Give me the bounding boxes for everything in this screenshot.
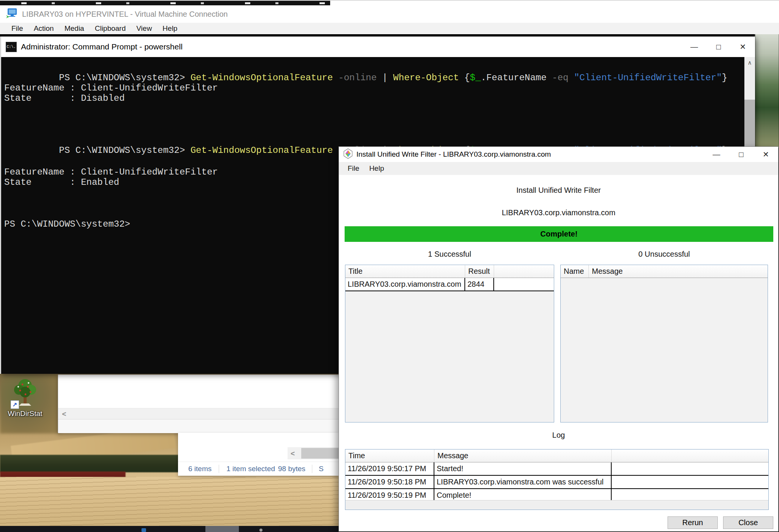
ps-output-state-disabled: State : Disabled [4, 93, 125, 103]
vm-connection-titlebar: LIBRARY03 on HYPERVINTEL - Virtual Machi… [0, 5, 779, 23]
cell-result: 2844 [465, 278, 494, 291]
console-maximize-button[interactable]: □ [706, 37, 731, 57]
windirstat-label: WinDirStat [8, 410, 43, 418]
wallpaper-green-book [0, 455, 179, 472]
column-header-time[interactable]: Time [345, 449, 434, 462]
status-banner: Complete! [345, 226, 773, 242]
column-header-result[interactable]: Result [465, 265, 494, 278]
console-titlebar: C:\. Administrator: Command Prompt - pow… [1, 37, 755, 57]
console-title: Administrator: Command Prompt - powershe… [21, 42, 183, 51]
dialog-heading: Install Unified Write Filter [339, 186, 778, 195]
log-table: Time Message 11/26/2019 9:50:17 PM Start… [345, 449, 769, 510]
vm-screen: < < 6 items 1 item selected 98 bytes S [0, 34, 779, 532]
dialog-action-buttons: Rerun Close [668, 516, 773, 529]
hyperv-app-icon [5, 8, 17, 21]
cell-filler [612, 476, 768, 488]
cell-message: LIBRARY03.corp.viamonstra.com was succes… [434, 476, 612, 488]
scroll-left-icon[interactable]: < [62, 410, 66, 418]
log-section-label: Log [339, 431, 778, 440]
scroll-up-icon[interactable]: ∧ [744, 57, 755, 68]
scroll-left-icon[interactable]: < [291, 450, 295, 457]
rerun-button[interactable]: Rerun [668, 516, 718, 529]
log-table-scrollbar-track[interactable] [345, 500, 768, 510]
column-header-filler [612, 449, 768, 462]
explorer2-horizontal-scrollbar[interactable]: < [288, 447, 339, 459]
windirstat-shortcut[interactable]: ↗ WinDirStat [8, 378, 43, 418]
dialog-menu-file[interactable]: File [343, 164, 364, 173]
successful-count-label: 1 Successful [345, 250, 554, 259]
shortcut-arrow-icon: ↗ [11, 400, 19, 409]
success-table: Title Result LIBRARY03.corp.viamonstra.c… [345, 265, 554, 422]
vm-menu-file[interactable]: File [6, 24, 29, 33]
dialog-target-host: LIBRARY03.corp.viamonstra.com [339, 208, 778, 217]
console-close-button[interactable]: ✕ [731, 37, 755, 57]
cell-filler [494, 278, 554, 291]
ps-prompt: PS C:\WINDOWS\system32> [4, 219, 130, 229]
explorer-statusbar-empty [58, 419, 339, 433]
status-selected-size: 98 bytes [278, 465, 305, 473]
cmd-icon: C:\. [6, 42, 17, 52]
uwf-install-dialog: Install Unified Write Filter - LIBRARY03… [339, 146, 779, 532]
vm-window-title: LIBRARY03 on HYPERVINTEL - Virtual Machi… [22, 10, 228, 19]
dialog-menubar: File Help [339, 162, 778, 175]
close-button[interactable]: Close [723, 516, 773, 529]
vm-menu-clipboard[interactable]: Clipboard [89, 24, 131, 33]
wallpaper-right-sliver [755, 34, 779, 148]
log-row[interactable]: 11/26/2019 9:50:17 PM Started! [345, 462, 768, 476]
column-header-title[interactable]: Title [345, 265, 465, 278]
explorer-window-fragment-2: < 6 items 1 item selected 98 bytes S [178, 433, 339, 475]
cell-time: 11/26/2019 9:50:17 PM [345, 462, 434, 475]
ps-output-featurename: FeatureName : Client-UnifiedWriteFilter [4, 83, 218, 93]
vm-menubar: File Action Media Clipboard View Help [0, 23, 779, 34]
dialog-titlebar: Install Unified Write Filter - LIBRARY03… [339, 147, 778, 162]
scrollbar-thumb[interactable] [301, 448, 339, 459]
status-items-count: 6 items [188, 465, 211, 473]
taskbar-button[interactable] [205, 526, 239, 532]
status-selected-count: 1 item selected [226, 465, 275, 473]
wallpaper-wood [0, 477, 339, 526]
explorer-statusbar: 6 items 1 item selected 98 bytes S [178, 462, 339, 476]
vm-menu-view[interactable]: View [131, 24, 157, 33]
cell-filler [612, 462, 768, 475]
vm-menu-action[interactable]: Action [29, 24, 59, 33]
table-row[interactable]: LIBRARY03.corp.viamonstra.com 2844 [345, 278, 554, 291]
dialog-minimize-button[interactable]: — [704, 147, 729, 162]
explorer-window-fragment: < [58, 375, 339, 433]
taskbar-app-icon[interactable] [259, 529, 262, 532]
status-separator [312, 465, 312, 473]
error-table: Name Message [560, 265, 768, 422]
taskbar[interactable] [0, 526, 339, 532]
explorer-horizontal-scrollbar[interactable]: < [58, 408, 339, 419]
taskbar-browser-icon[interactable] [141, 528, 146, 532]
ps-output-featurename: FeatureName : Client-UnifiedWriteFilter [4, 167, 218, 177]
vm-menu-media[interactable]: Media [59, 24, 89, 33]
ps-output-state-enabled: State : Enabled [4, 177, 119, 187]
cell-title: LIBRARY03.corp.viamonstra.com [345, 278, 465, 291]
dialog-menu-help[interactable]: Help [364, 164, 389, 173]
console-window-controls: — □ ✕ [682, 37, 755, 57]
column-header-name[interactable]: Name [561, 265, 589, 278]
cell-time: 11/26/2019 9:50:18 PM [345, 476, 434, 488]
status-separator [219, 465, 219, 473]
success-table-header: Title Result [345, 265, 554, 278]
cell-message: Started! [434, 462, 612, 475]
dialog-close-button[interactable]: ✕ [754, 147, 778, 162]
screenshot-root: LIBRARY03 on HYPERVINTEL - Virtual Machi… [0, 0, 779, 532]
dialog-title: Install Unified Write Filter - LIBRARY03… [356, 150, 551, 159]
log-row[interactable]: 11/26/2019 9:50:18 PM LIBRARY03.corp.via… [345, 476, 768, 489]
column-header-message[interactable]: Message [434, 449, 612, 462]
dialog-window-controls: — □ ✕ [704, 147, 778, 162]
column-header-message[interactable]: Message [589, 265, 768, 278]
status-truncated-text: S [319, 465, 324, 473]
log-table-header: Time Message [345, 449, 768, 462]
error-table-header: Name Message [561, 265, 768, 278]
unsuccessful-count-label: 0 Unsuccessful [560, 250, 768, 259]
console-minimize-button[interactable]: — [682, 37, 706, 57]
dialog-maximize-button[interactable]: □ [729, 147, 754, 162]
vm-menu-help[interactable]: Help [157, 24, 183, 33]
dialog-app-icon [343, 148, 353, 160]
column-header-filler [494, 265, 554, 278]
